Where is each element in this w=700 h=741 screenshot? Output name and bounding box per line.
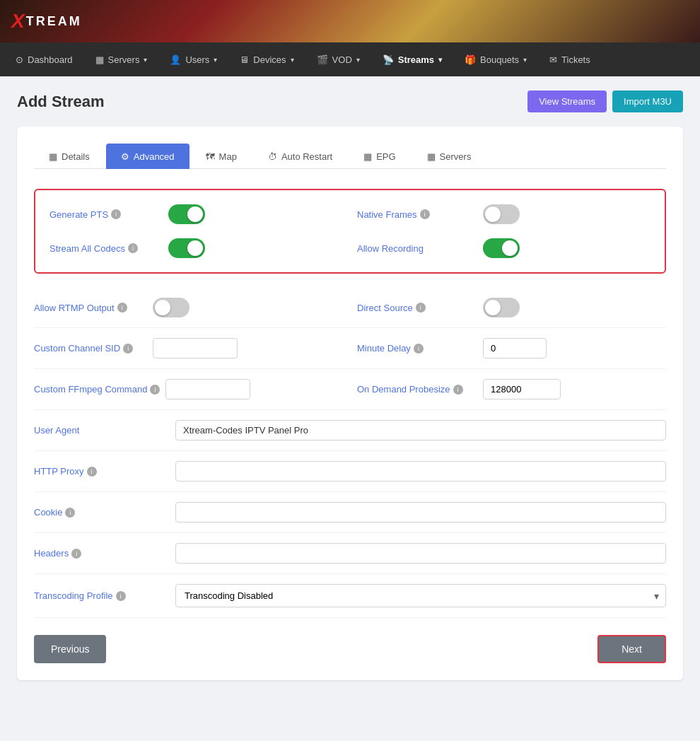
tab-epg-label: EPG: [376, 151, 395, 162]
view-streams-button[interactable]: View Streams: [527, 91, 607, 112]
nav-devices[interactable]: 🖥 Devices ▾: [230, 50, 303, 69]
import-m3u-button[interactable]: Import M3U: [612, 91, 683, 112]
minute-delay-input[interactable]: [483, 338, 547, 358]
on-demand-probesize-info-icon[interactable]: i: [453, 385, 463, 395]
streams-icon: 📡: [383, 54, 394, 65]
nav-dashboard-label: Dashboard: [28, 54, 73, 65]
stream-all-codecs-track: [168, 238, 205, 258]
nav-bouquets-label: Bouquets: [480, 54, 519, 65]
tickets-icon: ✉: [549, 54, 557, 65]
transcoding-profile-row: Transcoding Profile i Transcoding Disabl…: [34, 574, 666, 618]
http-proxy-input[interactable]: [175, 461, 666, 482]
custom-channel-sid-label: Custom Channel SID i: [34, 343, 147, 354]
allow-rtmp-output-toggle[interactable]: [153, 298, 189, 317]
bottom-buttons: Previous Next: [34, 635, 666, 663]
minute-delay-group: Minute Delay i: [343, 338, 666, 358]
nav-tickets-label: Tickets: [561, 54, 590, 65]
headers-info-icon[interactable]: i: [71, 549, 81, 559]
bouquets-icon: 🎁: [465, 54, 476, 65]
generate-pts-toggle[interactable]: [168, 204, 205, 224]
cookie-info-icon[interactable]: i: [65, 508, 75, 518]
nav-dashboard[interactable]: ⊙ Dashboard: [6, 50, 83, 69]
stream-all-codecs-label: Stream All Codecs i: [49, 243, 163, 254]
nav-tickets[interactable]: ✉ Tickets: [539, 50, 600, 69]
headers-input[interactable]: [175, 543, 666, 564]
native-frames-info-icon[interactable]: i: [420, 209, 430, 219]
user-agent-input[interactable]: [175, 420, 666, 440]
http-proxy-info-icon[interactable]: i: [87, 467, 97, 477]
stream-all-codecs-toggle[interactable]: [168, 238, 205, 258]
auto-restart-tab-icon: ⏱: [268, 151, 277, 162]
navbar: ⊙ Dashboard ▦ Servers ▾ 👤 Users ▾ 🖥 Devi…: [0, 42, 700, 76]
vod-icon: 🎬: [317, 54, 328, 65]
tab-details[interactable]: ▦ Details: [34, 144, 105, 169]
allow-rtmp-track: [153, 298, 189, 317]
allow-recording-toggle[interactable]: [483, 238, 520, 258]
nav-users[interactable]: 👤 Users ▾: [160, 50, 227, 69]
dashboard-icon: ⊙: [16, 54, 23, 65]
on-demand-probesize-input[interactable]: [483, 379, 561, 399]
nav-servers[interactable]: ▦ Servers ▾: [86, 50, 158, 69]
minute-delay-info-icon[interactable]: i: [414, 344, 424, 354]
tab-servers[interactable]: ▦ Servers: [412, 144, 486, 169]
user-agent-inner: User Agent: [34, 420, 666, 440]
nav-vod[interactable]: 🎬 VOD ▾: [307, 50, 370, 69]
generate-pts-thumb: [187, 206, 203, 222]
tab-advanced-label: Advanced: [134, 151, 175, 162]
stream-all-codecs-allow-recording-row: Stream All Codecs i Allow Recording: [49, 238, 651, 258]
nav-bouquets[interactable]: 🎁 Bouquets ▾: [455, 50, 537, 69]
transcoding-profile-select[interactable]: Transcoding Disabled 720p 1080p 480p: [175, 584, 666, 607]
on-demand-probesize-group: On Demand Probesize i: [343, 379, 666, 399]
allow-rtmp-output-group: Allow RTMP Output i: [34, 298, 343, 317]
top-header: X TREAM: [0, 0, 700, 42]
native-frames-track: [483, 204, 520, 224]
allow-rtmp-info-icon[interactable]: i: [117, 303, 127, 313]
tab-details-label: Details: [62, 151, 90, 162]
nav-streams[interactable]: 📡 Streams ▾: [373, 50, 452, 69]
devices-icon: 🖥: [240, 54, 249, 65]
allow-rtmp-thumb: [155, 300, 170, 315]
tab-advanced[interactable]: ⚙ Advanced: [106, 144, 189, 169]
on-demand-probesize-label: On Demand Probesize i: [357, 384, 477, 395]
logo: X TREAM: [11, 10, 82, 33]
direct-source-info-icon[interactable]: i: [416, 303, 426, 313]
highlighted-section: Generate PTS i Native Frames i: [34, 189, 666, 274]
transcoding-profile-wrapper: Transcoding Disabled 720p 1080p 480p: [175, 584, 666, 607]
previous-button[interactable]: Previous: [34, 635, 106, 663]
custom-channel-sid-info-icon[interactable]: i: [123, 344, 133, 354]
cookie-input[interactable]: [175, 502, 666, 523]
transcoding-profile-label: Transcoding Profile i: [34, 590, 175, 601]
tab-auto-restart[interactable]: ⏱ Auto Restart: [253, 144, 347, 169]
http-proxy-label: HTTP Proxy i: [34, 466, 175, 477]
rtmp-direct-source-row: Allow RTMP Output i Direct Source i: [34, 288, 666, 328]
custom-channel-sid-row: Custom Channel SID i Minute Delay i: [34, 328, 666, 369]
custom-ffmpeg-input[interactable]: [165, 379, 250, 399]
minute-delay-label: Minute Delay i: [357, 343, 477, 354]
http-proxy-row: HTTP Proxy i: [34, 451, 666, 492]
custom-channel-sid-input[interactable]: [153, 338, 238, 358]
headers-row: Headers i: [34, 533, 666, 574]
details-tab-icon: ▦: [49, 151, 57, 162]
nav-devices-label: Devices: [253, 54, 286, 65]
page-header: Add Stream View Streams Import M3U: [17, 91, 683, 112]
servers-icon: ▦: [95, 54, 104, 65]
headers-inner: Headers i: [34, 543, 666, 564]
allow-recording-label: Allow Recording: [357, 243, 477, 254]
logo-tream: TREAM: [26, 14, 82, 29]
direct-source-toggle[interactable]: [483, 298, 520, 317]
users-icon: 👤: [170, 54, 181, 65]
native-frames-toggle[interactable]: [483, 204, 520, 224]
stream-all-codecs-info-icon[interactable]: i: [128, 243, 138, 253]
servers-tab-icon: ▦: [427, 151, 436, 162]
advanced-tab-icon: ⚙: [121, 151, 129, 162]
generate-pts-info-icon[interactable]: i: [111, 209, 121, 219]
tab-map[interactable]: 🗺 Map: [191, 144, 252, 169]
stream-all-codecs-group: Stream All Codecs i: [49, 238, 343, 258]
next-button[interactable]: Next: [597, 635, 666, 663]
allow-recording-track: [483, 238, 520, 258]
tab-epg[interactable]: ▦ EPG: [349, 144, 410, 169]
page-content: Add Stream View Streams Import M3U ▦ Det…: [0, 76, 700, 694]
custom-ffmpeg-info-icon[interactable]: i: [150, 385, 160, 395]
transcoding-profile-info-icon[interactable]: i: [116, 591, 126, 601]
chevron-down-icon: ▾: [144, 56, 147, 64]
